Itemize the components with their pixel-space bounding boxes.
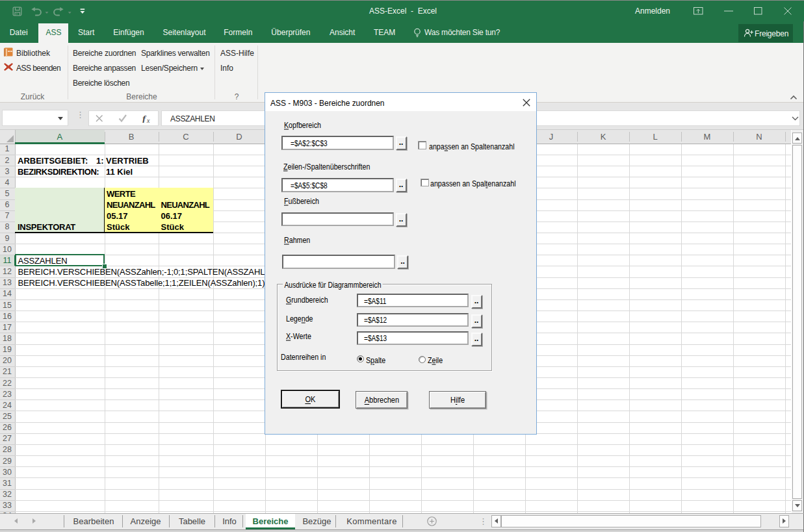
svg-text:x: x bbox=[146, 117, 150, 123]
svg-text:f: f bbox=[142, 114, 147, 123]
